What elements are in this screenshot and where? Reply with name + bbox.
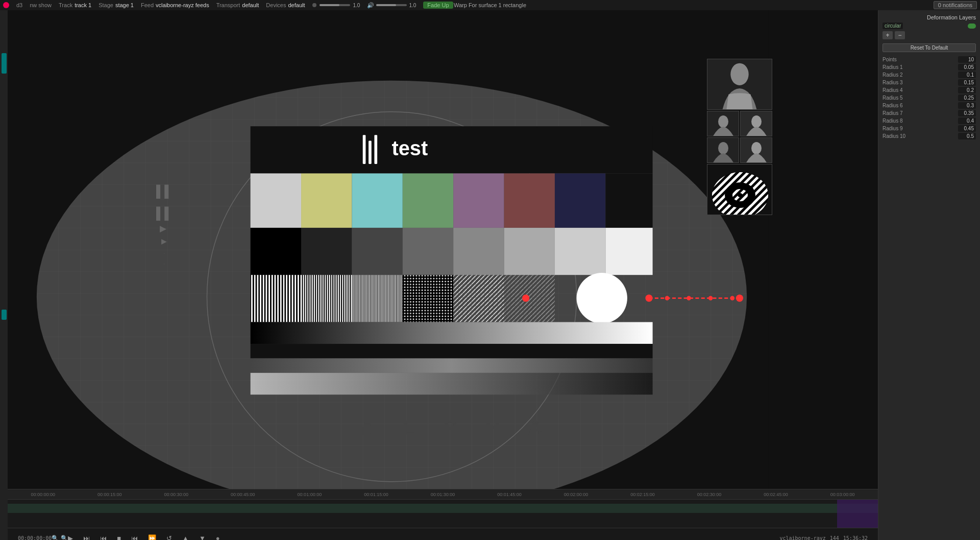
radius-value-6[interactable]: 0.3 [958, 102, 976, 109]
svg-rect-43 [251, 344, 653, 358]
radius-value-2[interactable]: 0.1 [958, 72, 976, 78]
radius-value-5[interactable]: 0.25 [958, 95, 976, 101]
remove-layer-button[interactable]: − [895, 31, 905, 39]
svg-rect-44 [251, 358, 653, 372]
step-forward-button[interactable]: ⏩ [148, 534, 156, 540]
points-value[interactable]: 10 [958, 56, 976, 63]
timeline-content[interactable] [8, 500, 878, 528]
skip-back-button[interactable]: ⏮ [131, 534, 138, 540]
center-content: test [8, 10, 878, 540]
svg-point-56 [687, 296, 691, 300]
svg-rect-24 [555, 228, 605, 275]
step-back-button[interactable]: ⏮ [100, 534, 107, 540]
radius-row-8: Radius 80.4 [883, 118, 976, 124]
volume-slider[interactable] [320, 4, 350, 6]
zoom-icon2[interactable]: 🔍 [61, 535, 68, 540]
svg-rect-8 [374, 135, 377, 164]
radius-value-10[interactable]: 0.5 [958, 133, 976, 139]
svg-point-40 [577, 273, 627, 323]
svg-point-62 [730, 63, 748, 85]
radius-row-6: Radius 60.3 [883, 102, 976, 109]
points-row: Points 10 [883, 56, 976, 63]
radius-row-4: Radius 40.2 [883, 87, 976, 93]
radius-label-7: Radius 7 [883, 110, 902, 116]
svg-point-64 [718, 115, 728, 128]
svg-rect-14 [453, 173, 504, 227]
time-mark-6: 00:01:30:00 [409, 492, 476, 497]
layer-active-indicator [968, 24, 976, 29]
track-label: Track [59, 2, 72, 8]
svg-rect-5 [251, 126, 653, 173]
svg-rect-19 [301, 228, 352, 275]
radius-value-3[interactable]: 0.15 [958, 79, 976, 86]
time-mark-12: 00:03:00:00 [809, 492, 876, 497]
radius-value-8[interactable]: 0.4 [958, 118, 976, 124]
svg-text:test: test [392, 137, 428, 159]
stage-value[interactable]: stage 1 [115, 2, 134, 8]
svg-rect-17 [605, 173, 652, 227]
feed-section: Feed vclaiborne-rayz feeds [141, 2, 209, 8]
radius-label-2: Radius 2 [883, 72, 902, 78]
time-mark-4: 00:01:00:00 [276, 492, 343, 497]
timeline-ruler: 00:00:00:00 00:00:15:00 00:00:30:00 00:0… [8, 489, 878, 500]
up-button[interactable]: ▲ [182, 534, 189, 540]
frame-display: 144 [830, 535, 839, 540]
canvas-area[interactable]: test [8, 10, 878, 489]
playback-buttons: ▶ ⏭ ⏮ ■ ⏮ ⏩ ↺ ▲ ▼ ● [68, 534, 219, 540]
radius-label-6: Radius 6 [883, 103, 902, 108]
svg-rect-39 [453, 275, 504, 322]
time-mark-3: 00:00:45:00 [210, 492, 277, 497]
play-button[interactable]: ▶ [68, 534, 73, 540]
radius-value-7[interactable]: 0.35 [958, 110, 976, 116]
layer-row: circular [883, 22, 976, 29]
layer-name-value[interactable]: circular [883, 22, 903, 29]
radius-value-4[interactable]: 0.2 [958, 87, 976, 93]
stage-section: Stage stage 1 [99, 2, 134, 8]
devices-value[interactable]: default [288, 2, 305, 8]
track-value[interactable]: track 1 [75, 2, 91, 8]
audio-slider[interactable] [376, 4, 407, 6]
svg-point-68 [718, 142, 728, 154]
svg-rect-12 [352, 173, 402, 227]
devices-label: Devices [266, 2, 286, 8]
fade-up-button[interactable]: Fade Up [423, 2, 453, 9]
reset-button[interactable]: Reset To Default [883, 43, 976, 52]
radius-label-9: Radius 9 [883, 126, 902, 131]
stop-button[interactable]: ■ [117, 534, 121, 540]
svg-text:A  L  P  H  A: A L P H A [360, 416, 554, 439]
radius-value-9[interactable]: 0.45 [958, 125, 976, 132]
record-button[interactable]: ● [216, 534, 220, 540]
transport-value[interactable]: default [242, 2, 259, 8]
down-button[interactable]: ▼ [199, 534, 206, 540]
radius-label-3: Radius 3 [883, 80, 902, 85]
zoom-controls: 🔍 🔍 [52, 535, 68, 540]
radius-row-7: Radius 70.35 [883, 110, 976, 116]
sidebar-indicator-bottom [2, 310, 7, 320]
svg-rect-36 [301, 275, 352, 322]
radius-row-2: Radius 20.1 [883, 72, 976, 78]
add-layer-button[interactable]: + [883, 31, 893, 39]
svg-point-58 [730, 296, 734, 300]
svg-rect-16 [555, 173, 605, 227]
points-label: Points [883, 57, 897, 62]
radius-row-3: Radius 30.15 [883, 79, 976, 86]
close-button[interactable] [3, 2, 9, 8]
time-mark-7: 00:01:45:00 [476, 492, 543, 497]
notifications-button[interactable]: 0 notifications [934, 1, 977, 9]
loop-button[interactable]: ↺ [166, 534, 172, 540]
svg-rect-37 [352, 275, 402, 322]
feed-value[interactable]: vclaiborne-rayz feeds [156, 2, 209, 8]
svg-rect-22 [453, 228, 504, 275]
svg-text:▶: ▶ [161, 237, 167, 245]
skip-forward-button[interactable]: ⏭ [83, 534, 90, 540]
volume-level: 1.0 [353, 3, 360, 8]
radius-label-5: Radius 5 [883, 95, 902, 101]
radius-value-1[interactable]: 0.05 [958, 64, 976, 71]
svg-rect-25 [605, 228, 652, 275]
zoom-icon[interactable]: 🔍 [52, 535, 59, 540]
svg-point-57 [708, 296, 713, 300]
svg-rect-6 [363, 135, 366, 164]
right-status: vclaiborne-rayz 144 15:36:32 [779, 535, 868, 540]
transport-dot [312, 3, 316, 7]
svg-point-66 [751, 115, 762, 128]
